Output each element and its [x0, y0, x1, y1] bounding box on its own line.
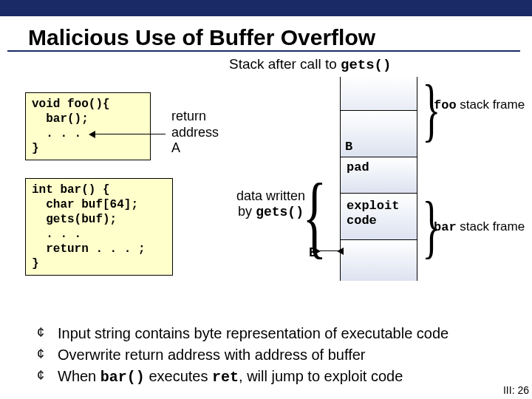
label-foo-frame: foo stack frame [434, 98, 525, 112]
code-bar: int bar() { char buf[64]; gets(buf); . .… [25, 178, 173, 276]
bullet-list: Input string contains byte representatio… [0, 317, 532, 388]
foo-frame-text: stack frame [457, 98, 525, 112]
foo-frame-code: foo [434, 98, 457, 112]
stack-cell-ret: B [341, 111, 417, 157]
stack-diagram: B pad exploit code [340, 77, 417, 281]
bar-frame-code: bar [434, 220, 457, 234]
label-return-address: return address A [171, 109, 219, 157]
arrow-return-to-foo [95, 134, 166, 134]
bar-frame-text: stack frame [457, 219, 525, 233]
stack-cell-bottom [341, 240, 417, 281]
data-written-code: gets() [256, 205, 304, 219]
bullet-3: When bar() executes ret, will jump to ex… [37, 366, 525, 388]
bullet-2: Overwrite return address with address of… [37, 344, 525, 366]
bullet-1: Input string contains byte representatio… [37, 323, 525, 344]
stack-cell-pad: pad [341, 157, 417, 194]
label-bar-frame: bar stack frame [434, 219, 525, 234]
label-data-written: data written by gets() [236, 188, 305, 219]
stack-cell-exploit: exploit code [341, 194, 417, 240]
stack-b-top: B [345, 140, 352, 154]
slide-top-bar [0, 0, 532, 16]
b3-pre: When [58, 368, 100, 384]
code-foo: void foo(){ bar(); . . . } [25, 92, 151, 160]
b3-code2: ret [212, 369, 239, 386]
b3-mid: executes [145, 368, 212, 384]
slide-number: III: 26 [503, 384, 529, 396]
arrow-b-pointer [320, 250, 338, 251]
stack-cell-empty [341, 77, 417, 111]
slide-subtitle: Stack after call to gets() [0, 55, 532, 73]
diagram-area: void foo(){ bar(); . . . } return addres… [0, 73, 532, 317]
subtitle-text: Stack after call to [229, 56, 341, 72]
b3-post: , will jump to exploit code [239, 368, 403, 384]
b3-code1: bar() [100, 369, 145, 386]
subtitle-code: gets() [341, 57, 391, 73]
slide-title: Malicious Use of Buffer Overflow [7, 16, 520, 52]
